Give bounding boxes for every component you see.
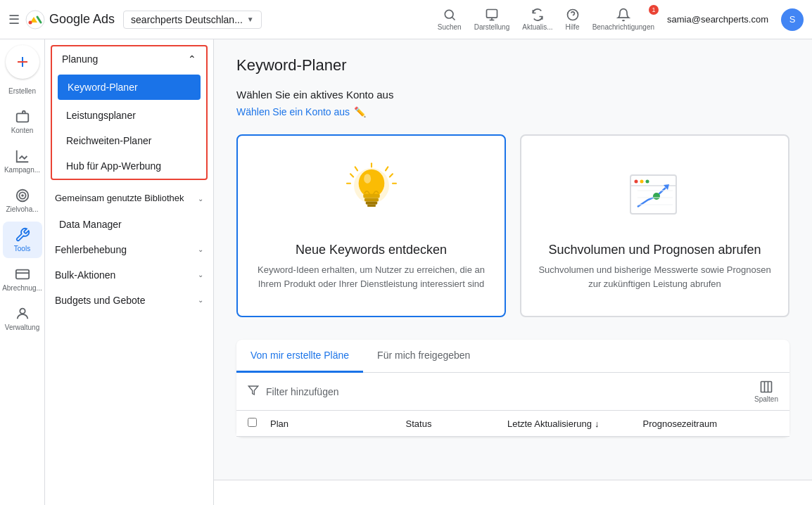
zielvorhaben-label: Zielvoha...	[6, 205, 38, 213]
keyword-planer-label: Keyword-Planer	[68, 82, 138, 93]
svg-rect-11	[16, 113, 28, 122]
help-icon	[566, 8, 580, 22]
cards-row: Neue Keywords entdecken Keyword-Ideen er…	[236, 134, 789, 317]
filter-left: Filter hinzufügen	[248, 385, 339, 398]
svg-point-34	[640, 180, 643, 184]
data-manager-label: Data Manager	[59, 219, 122, 230]
svg-rect-23	[365, 202, 377, 205]
display-action[interactable]: Darstellung	[474, 8, 510, 31]
columns-icon	[759, 380, 773, 394]
header-actions: Suchen Darstellung Aktualis... Hilfe 1	[438, 8, 804, 31]
bulk-aktionen-label: Bulk-Aktionen	[55, 269, 115, 281]
tab-my-plans[interactable]: Von mir erstellte Pläne	[236, 340, 363, 373]
select-all-checkbox[interactable]	[248, 418, 257, 427]
svg-point-37	[653, 193, 660, 200]
svg-point-20	[364, 174, 371, 183]
sidebar-item-konten[interactable]: Konten	[3, 103, 42, 140]
refresh-icon	[531, 8, 545, 22]
filter-text[interactable]: Filter hinzufügen	[266, 386, 339, 397]
fehlerbehebung-label: Fehlerbehebung	[55, 244, 127, 255]
google-ads-logo: Google Ads	[25, 10, 115, 30]
header-checkbox-cell	[248, 418, 270, 429]
create-button[interactable]	[6, 45, 39, 79]
search-action[interactable]: Suchen	[438, 8, 462, 31]
app-name-text: Google Ads	[49, 12, 115, 27]
table-header: Plan Status Letzte Aktualisierung ↓ Prog…	[236, 411, 789, 437]
forecast-card-title: Suchvolumen und Prognosen abrufen	[548, 243, 761, 257]
tab-shared-plans[interactable]: Für mich freigegeben	[363, 340, 484, 373]
bell-icon	[616, 8, 630, 22]
columns-button[interactable]: Spalten	[754, 380, 778, 403]
goals-icon	[15, 188, 30, 203]
refresh-label: Aktualis...	[522, 23, 552, 31]
analytics-icon	[620, 161, 690, 231]
sidebar-item-tools[interactable]: Tools	[3, 222, 42, 258]
chevron-down-icon: ▼	[247, 15, 254, 23]
leistungsplaner-item[interactable]: Leistungsplaner	[52, 103, 206, 128]
svg-point-35	[645, 180, 649, 184]
bulk-aktionen-item[interactable]: Bulk-Aktionen ⌄	[45, 262, 213, 288]
sidebar-item-erstellen[interactable]: Erstellen	[3, 82, 42, 101]
edit-icon: ✏️	[354, 106, 366, 117]
svg-point-33	[634, 180, 637, 184]
svg-rect-22	[364, 198, 379, 202]
notifications-action[interactable]: 1 Benachrichtigungen	[592, 8, 654, 31]
tools-icon	[15, 227, 30, 243]
svg-line-3	[452, 18, 455, 20]
svg-point-2	[445, 10, 453, 18]
erstellen-label: Erstellen	[8, 87, 36, 95]
notif-label: Benachrichtigungen	[592, 23, 654, 31]
filter-bar: Filter hinzufügen Spalten	[236, 373, 789, 411]
shared-library-label: Gemeinsam genutzte Bibliothek	[55, 193, 184, 205]
sidebar-item-verwaltung[interactable]: Verwaltung	[3, 300, 42, 337]
search-label: Suchen	[438, 23, 462, 31]
help-label: Hilfe	[566, 23, 580, 31]
account-link[interactable]: Wählen Sie ein Konto aus ✏️	[236, 106, 789, 117]
plan-header: Plan	[270, 418, 406, 429]
search-icon	[443, 8, 457, 22]
account-selector[interactable]: searchperts Deutschlan... ▼	[123, 11, 262, 29]
svg-rect-42	[761, 382, 772, 392]
chevron-up-icon: ⌃	[188, 53, 196, 65]
notification-badge: 1	[649, 5, 659, 15]
data-manager-item[interactable]: Data Manager	[45, 212, 213, 237]
sidebar-item-kampagnen[interactable]: Kampagn...	[3, 143, 42, 179]
budgets-gebote-item[interactable]: Budgets und Gebote ⌄	[45, 288, 213, 313]
sidebar: Erstellen Konten Kampagn... Zielvoha... …	[0, 39, 45, 505]
help-action[interactable]: Hilfe	[566, 8, 580, 31]
plans-section: Von mir erstellte Pläne Für mich freigeg…	[236, 340, 789, 437]
user-email[interactable]: samia@searchperts.com	[667, 14, 768, 25]
verwaltung-label: Verwaltung	[5, 324, 39, 331]
kampagnen-label: Kampagn...	[4, 166, 40, 174]
sidebar-item-zielvorhaben[interactable]: Zielvoha...	[3, 182, 42, 219]
chevron-down-icon-2: ⌄	[198, 245, 203, 253]
avatar[interactable]: S	[781, 8, 804, 31]
tools-label: Tools	[14, 245, 30, 252]
forecast-card-desc: Suchvolumen und bisherige Messwerte sowi…	[538, 263, 771, 290]
fehlerbehebung-item[interactable]: Fehlerbehebung ⌄	[45, 237, 213, 262]
forecast-card[interactable]: Suchvolumen und Prognosen abrufen Suchvo…	[520, 134, 789, 317]
reichweiten-item[interactable]: Reichweiten-Planer	[52, 128, 206, 153]
sidebar-item-abrechnung[interactable]: Abrechnug...	[3, 261, 42, 298]
svg-line-26	[355, 167, 357, 170]
refresh-action[interactable]: Aktualis...	[522, 8, 552, 31]
svg-point-1	[29, 20, 32, 24]
discover-keywords-card[interactable]: Neue Keywords entdecken Keyword-Ideen er…	[236, 134, 506, 317]
svg-point-19	[358, 170, 384, 198]
planning-header[interactable]: Planung ⌃	[52, 46, 206, 72]
shared-library-item[interactable]: Gemeinsam genutzte Bibliothek ⌄	[45, 186, 213, 212]
svg-rect-4	[486, 10, 497, 18]
svg-point-17	[20, 309, 25, 314]
last-update-label: Letzte Aktualisierung	[507, 418, 592, 429]
hub-item[interactable]: Hub für App-Werbung	[52, 153, 206, 179]
sort-icon[interactable]: ↓	[595, 418, 600, 429]
chevron-down-icon-4: ⌄	[198, 296, 203, 304]
menu-icon[interactable]: ☰	[8, 12, 20, 27]
display-icon	[485, 8, 499, 22]
nav-panel: Planung ⌃ Keyword-Planer Leistungsplaner…	[45, 39, 214, 505]
reichweiten-label: Reichweiten-Planer	[66, 135, 151, 146]
ads-logo-icon	[25, 10, 45, 30]
plus-icon	[14, 53, 31, 70]
admin-icon	[15, 306, 30, 321]
keyword-planer-item[interactable]: Keyword-Planer	[58, 75, 201, 100]
